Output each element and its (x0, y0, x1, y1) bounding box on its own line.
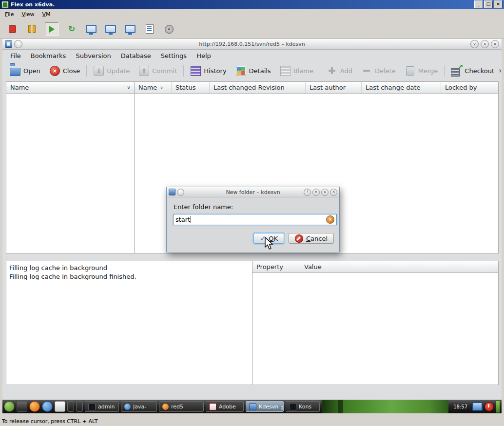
kdesvn-window-buttons: ∨ ∧ × (468, 40, 499, 48)
viewer-menu-vm[interactable]: VM (39, 10, 55, 19)
tree-header[interactable]: Name ∨ (6, 82, 134, 94)
vm-pause-button[interactable] (25, 23, 38, 36)
vm-snapshot-button[interactable] (104, 23, 117, 36)
kdesvn-close-button[interactable]: × (491, 40, 499, 48)
dialog-maximize-button[interactable]: ∧ (321, 189, 329, 196)
task-adobe[interactable]: Adobe (206, 401, 244, 412)
task-label: Kdesvn (259, 404, 278, 410)
task-kdesvn[interactable]: Kdesvn 2 (246, 401, 284, 412)
add-button: Add (322, 64, 357, 77)
viewer-maximize-button[interactable]: □ (484, 0, 493, 8)
close-label: Close (63, 67, 80, 75)
viewer-menu-view[interactable]: View (18, 10, 38, 19)
open-button[interactable]: Open (5, 64, 45, 77)
chevron-down-icon[interactable]: ∨ (123, 85, 134, 90)
menu-file[interactable]: File (5, 50, 26, 61)
dialog-close-button[interactable]: × (330, 189, 337, 196)
log-line: Filling log cache in background (9, 264, 249, 272)
menu-database[interactable]: Database (116, 50, 156, 61)
kdesvn-maximize-button[interactable]: ∧ (481, 40, 489, 48)
dialog-minimize-button[interactable]: ∨ (312, 189, 320, 196)
cancel-button[interactable]: Cancel (289, 233, 334, 244)
settings-page-icon (146, 24, 154, 34)
commit-button: ⇑ Commit (134, 64, 181, 77)
dialog-window-menu-button[interactable] (177, 189, 184, 196)
power-tray-icon[interactable] (485, 402, 494, 411)
display-tray-icon[interactable] (472, 402, 483, 411)
task-java[interactable]: Java- (121, 401, 157, 412)
vm-fullscreen-button[interactable] (124, 23, 136, 36)
editor-launcher-icon[interactable] (55, 401, 65, 412)
java-icon (124, 404, 131, 410)
kdesvn-titlebar[interactable]: http://192.168.0.151/svn/red5 – kdesvn ∨… (2, 39, 502, 50)
clock[interactable]: 18:57 (450, 404, 470, 409)
delete-icon (361, 65, 372, 76)
vm-devices-button[interactable] (163, 23, 175, 36)
viewer-titlebar[interactable]: Flex on x6dva. _ □ × (0, 0, 504, 9)
vm-edit-settings-button[interactable] (143, 23, 156, 36)
panel-handle[interactable] (496, 400, 500, 413)
chevron-down-icon: ∨ (473, 42, 476, 46)
desktop-launcher-icon[interactable] (17, 401, 27, 412)
show-desktop-button[interactable] (67, 401, 74, 412)
column-header-value[interactable]: Value (300, 261, 498, 272)
minimize-icon: _ (478, 1, 480, 6)
toolbar-overflow-button[interactable]: › (499, 66, 502, 75)
menu-bookmarks[interactable]: Bookmarks (26, 50, 71, 61)
viewer-minimize-button[interactable]: _ (474, 0, 483, 8)
firefox-launcher-icon[interactable] (29, 401, 40, 412)
close-button[interactable]: × Close (45, 64, 84, 77)
task-admin[interactable]: admin (85, 401, 119, 412)
app-menu-button[interactable] (4, 401, 15, 412)
menu-settings[interactable]: Settings (156, 50, 192, 61)
vm-stop-button[interactable] (6, 23, 19, 36)
author-header-label: Last author (310, 84, 346, 91)
column-header-date[interactable]: Last change date (362, 82, 441, 93)
folder-name-prompt: Enter folder name: (174, 203, 233, 211)
firefox-icon (162, 404, 169, 410)
properties-header-row: Property Value (252, 261, 498, 273)
vm-refresh-button[interactable]: ↻ (65, 23, 78, 36)
ok-button[interactable]: ✓ OK (253, 233, 284, 244)
kdesvn-minimize-button[interactable]: ∨ (470, 40, 479, 48)
log-panel[interactable]: Filling log cache in background Filling … (6, 261, 252, 385)
open-repository-icon (10, 68, 20, 76)
viewer-close-button[interactable]: × (494, 0, 503, 8)
chevron-up-icon: ∧ (483, 42, 486, 46)
kdesvn-window-menu-button[interactable] (14, 40, 22, 48)
checkout-button[interactable]: ↗ Checkout (446, 64, 499, 77)
commit-label: Commit (152, 67, 177, 75)
column-header-status[interactable]: Status (172, 82, 210, 93)
menu-subversion[interactable]: Subversion (71, 50, 116, 61)
column-header-property[interactable]: Property (252, 261, 300, 272)
dialog-titlebar[interactable]: New folder – kdesvn ? ∨ ∧ × (167, 187, 339, 197)
task-red5[interactable]: red5 (159, 401, 204, 412)
clear-input-button[interactable]: × (326, 215, 334, 224)
viewer-menu-file[interactable]: File (1, 10, 18, 19)
task-konsole[interactable]: Kons (286, 401, 320, 412)
adobe-icon (209, 403, 216, 410)
column-header-revision[interactable]: Last changed Revision (210, 82, 306, 93)
close-icon: × (493, 42, 497, 46)
pager-button[interactable] (76, 401, 83, 412)
vm-play-button[interactable] (45, 22, 58, 36)
browser-launcher-icon[interactable] (42, 401, 53, 412)
taskbar: admin Java- red5 Adobe Kdesvn 2 Kons 18:… (2, 400, 502, 413)
folder-name-input[interactable]: start × (173, 214, 337, 225)
blame-label: Blame (293, 67, 313, 75)
history-button[interactable]: History (186, 64, 231, 77)
task-label: Adobe (219, 404, 236, 410)
viewer-app-icon (1, 1, 9, 8)
open-label: Open (23, 67, 40, 75)
column-header-author[interactable]: Last author (306, 82, 362, 93)
locked-header-label: Locked by (445, 84, 477, 91)
maximize-icon: □ (486, 1, 491, 6)
details-button[interactable]: Details (231, 64, 275, 77)
menu-help[interactable]: Help (192, 50, 216, 61)
dialog-help-button[interactable]: ? (304, 189, 311, 196)
new-folder-dialog: New folder – kdesvn ? ∨ ∧ × Enter folder… (166, 187, 340, 252)
close-red-icon: × (50, 66, 60, 76)
vm-console-button[interactable] (85, 23, 97, 36)
column-header-locked[interactable]: Locked by (441, 82, 498, 93)
column-header-name[interactable]: Name ∨ (135, 82, 172, 93)
